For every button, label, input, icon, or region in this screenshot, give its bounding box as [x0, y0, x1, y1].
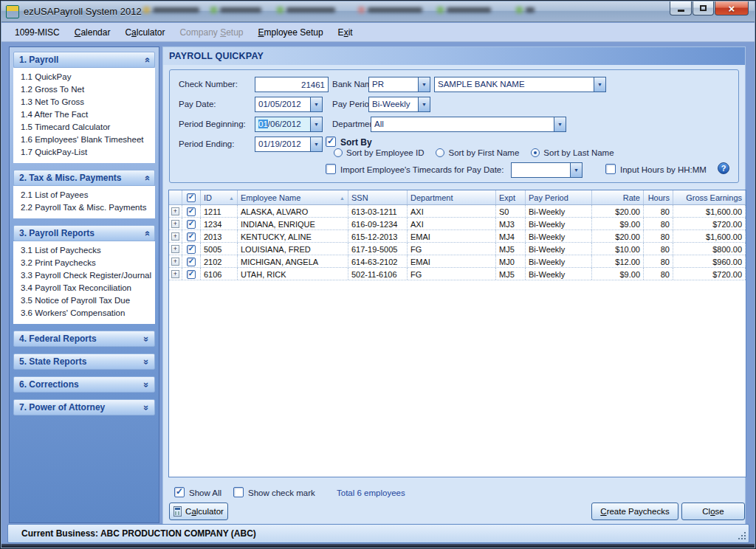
cell-dept: AXI	[408, 218, 496, 229]
radio-sort-by-employee-id[interactable]: Sort by Employee ID	[334, 148, 424, 157]
expand-row-icon[interactable]: +	[171, 270, 179, 278]
sidebar-item-1-3-net-to-gross[interactable]: 1.3 Net To Gross	[13, 96, 155, 108]
chevron-down-icon[interactable]: ▼	[594, 77, 606, 92]
sidebar-item-1-2-gross-to-net[interactable]: 1.2 Gross To Net	[13, 83, 155, 96]
sidebar-item-2-2-payroll-tax-misc-payments[interactable]: 2.2 Payroll Tax & Misc. Payments	[13, 201, 155, 214]
column-header-id[interactable]: ID▲	[201, 190, 238, 204]
sidebar-section-2-tax-misc-payments[interactable]: 2. Tax & Misc. Payments»	[13, 170, 155, 186]
calculator-icon	[173, 506, 182, 517]
row-checkbox[interactable]: ✓	[187, 270, 196, 279]
sort-by-checkbox[interactable]: ✓	[326, 137, 336, 147]
employee-row-2013[interactable]: +✓2013KENTUCKY, ALINE615-12-2013EMAIMJ4B…	[169, 230, 746, 243]
column-header-ssn[interactable]: SSN	[348, 190, 408, 204]
row-checkbox[interactable]: ✓	[187, 232, 196, 241]
chevron-down-icon[interactable]: ▼	[310, 97, 323, 112]
chevron-down-icon[interactable]: ▼	[310, 137, 323, 152]
chevron-down-icon[interactable]: ▼	[310, 117, 323, 132]
expand-row-icon[interactable]: +	[171, 232, 179, 241]
column-header-hours[interactable]: Hours	[644, 190, 673, 204]
chevron-down-icon[interactable]: ▼	[554, 117, 566, 132]
row-checkbox-cell: ✓	[182, 218, 201, 229]
sidebar-section-7-power-of-attorney[interactable]: 7. Power of Attorney»	[13, 399, 155, 415]
employee-row-5005[interactable]: +✓5005LOUISIANA, FRED617-19-5005FGMJ5Bi-…	[169, 243, 746, 255]
employee-row-1211[interactable]: +✓1211ALASKA, ALVARO613-03-1211AXIS0Bi-W…	[169, 205, 746, 218]
calculator-button[interactable]: Calculator	[169, 503, 228, 520]
period-ending-picker[interactable]: 01/19/2012 ▼	[255, 137, 323, 152]
show-check-mark-checkbox[interactable]: ✓	[233, 487, 244, 497]
row-checkbox[interactable]: ✓	[187, 258, 196, 266]
period-beginning-picker[interactable]: 01/06/2012 ▼	[255, 117, 323, 132]
input-hours-checkbox[interactable]: ✓	[605, 164, 616, 174]
chevron-down-icon[interactable]: ▼	[418, 77, 430, 92]
expand-row-icon[interactable]: +	[171, 220, 179, 228]
sidebar-section-6-corrections[interactable]: 6. Corrections»	[13, 376, 155, 393]
employee-row-1234[interactable]: +✓1234INDIANA, ENRIQUE616-09-1234AXIMJ3B…	[169, 218, 746, 230]
sidebar-section-4-federal-reports[interactable]: 4. Federal Reports»	[13, 331, 155, 347]
employee-row-2102[interactable]: +✓2102MICHIGAN, ANGELA614-63-2102EMAIMJ0…	[169, 255, 746, 268]
column-header-expt[interactable]: Expt	[496, 190, 526, 204]
expand-row-icon[interactable]: +	[171, 245, 179, 253]
row-checkbox[interactable]: ✓	[187, 220, 196, 229]
bank-code-dropdown[interactable]: PR ▼	[368, 77, 430, 92]
menu-item-1099-misc[interactable]: 1099-MISC	[7, 24, 67, 41]
create-paychecks-button[interactable]: Create Paychecks	[591, 503, 678, 520]
sidebar-item-3-6-workers-compensation[interactable]: 3.6 Workers' Compensation	[13, 307, 155, 320]
close-dialog-button[interactable]: Close	[681, 503, 745, 520]
chevron-down-icon[interactable]: ▼	[570, 162, 583, 178]
expand-row-icon[interactable]: +	[171, 258, 179, 266]
expand-row-icon[interactable]: +	[171, 207, 179, 215]
bank-name-dropdown[interactable]: SAMPLE BANK NAME ▼	[434, 77, 606, 92]
help-icon[interactable]: ?	[718, 162, 729, 174]
sidebar-item-1-6-employees-blank-timesheet[interactable]: 1.6 Employees' Blank Timesheet	[13, 134, 155, 146]
sidebar-section-1-payroll[interactable]: 1. Payroll»	[13, 52, 155, 68]
check-number-input[interactable]	[255, 77, 329, 92]
sidebar-item-1-4-after-the-fact[interactable]: 1.4 After The Fact	[13, 108, 155, 121]
row-checkbox[interactable]: ✓	[187, 207, 196, 216]
sidebar-item-3-3-payroll-check-register-journal[interactable]: 3.3 Payroll Check Register/Journal	[13, 269, 155, 282]
maximize-button[interactable]	[693, 1, 714, 15]
blurred-toolbar-item	[437, 7, 491, 13]
chevron-down-icon[interactable]: ▼	[418, 97, 430, 112]
radio-label: Sort by Employee ID	[346, 148, 424, 157]
sidebar-section-3-payroll-reports[interactable]: 3. Payroll Reports»	[13, 225, 155, 241]
sidebar-item-3-1-list-of-paychecks[interactable]: 3.1 List of Paychecks	[13, 244, 155, 257]
sort-options: Sort by Employee IDSort by First NameSor…	[334, 148, 614, 157]
close-button[interactable]: ×	[715, 1, 749, 15]
pay-date-picker[interactable]: 01/05/2012 ▼	[255, 97, 323, 112]
radio-sort-by-first-name[interactable]: Sort by First Name	[436, 148, 519, 157]
menu-item-exit[interactable]: Exit	[331, 24, 360, 41]
sidebar-item-3-5-notice-of-payroll-tax-due[interactable]: 3.5 Notice of Payroll Tax Due	[13, 294, 155, 307]
menu-item-calculator[interactable]: Calculator	[117, 24, 172, 41]
app-window: ezUSAPayroll System 2012 × 1099-MISCCale…	[0, 0, 756, 549]
titlebar[interactable]: ezUSAPayroll System 2012 ×	[1, 1, 755, 22]
select-all-checkbox[interactable]: ✓	[187, 193, 196, 202]
sidebar-item-1-7-quickpay-list[interactable]: 1.7 QuickPay-List	[13, 146, 155, 159]
period-beginning-rest: /06/2012	[268, 120, 301, 128]
pay-period-dropdown[interactable]: Bi-Weekly ▼	[368, 97, 430, 112]
column-header-rate[interactable]: Rate	[592, 190, 644, 204]
import-timecards-checkbox[interactable]: ✓	[326, 164, 336, 174]
column-header-gross-earnings[interactable]: Gross Earnings	[673, 190, 746, 204]
show-all-checkbox[interactable]: ✓	[174, 487, 185, 497]
sidebar-item-1-5-timecard-calculator[interactable]: 1.5 Timecard Calculator	[13, 121, 155, 134]
blurred-icon	[143, 7, 150, 13]
sidebar-section-5-state-reports[interactable]: 5. State Reports»	[13, 353, 155, 370]
sidebar-item-3-4-payroll-tax-reconciliation[interactable]: 3.4 Payroll Tax Reconciliation	[13, 282, 155, 294]
column-header-employee-name[interactable]: Employee Name▲	[238, 190, 348, 204]
show-all-label: Show All	[189, 488, 221, 497]
menu-item-calendar[interactable]: Calendar	[67, 24, 118, 41]
row-checkbox[interactable]: ✓	[187, 245, 196, 254]
sidebar-item-3-2-print-paychecks[interactable]: 3.2 Print Paychecks	[13, 257, 155, 269]
department-dropdown[interactable]: All ▼	[371, 117, 566, 132]
radio-sort-by-last-name[interactable]: Sort by Last Name	[531, 148, 614, 157]
menu-item-employee-setup[interactable]: Employee Setup	[251, 24, 331, 41]
column-header-department[interactable]: Department	[408, 190, 496, 204]
resize-grip[interactable]	[736, 530, 746, 540]
sidebar-item-1-1-quickpay[interactable]: 1.1 QuickPay	[13, 71, 155, 83]
cell-id: 1234	[201, 218, 238, 229]
column-header-pay-period[interactable]: Pay Period	[526, 190, 592, 204]
sidebar-item-2-1-list-of-payees[interactable]: 2.1 List of Payees	[13, 189, 155, 201]
import-pay-date-dropdown[interactable]: ▼	[511, 162, 583, 178]
minimize-button[interactable]	[670, 1, 692, 15]
employee-row-6106[interactable]: +✓6106UTAH, RICK502-11-6106FGMJ5Bi-Weekl…	[169, 268, 746, 280]
